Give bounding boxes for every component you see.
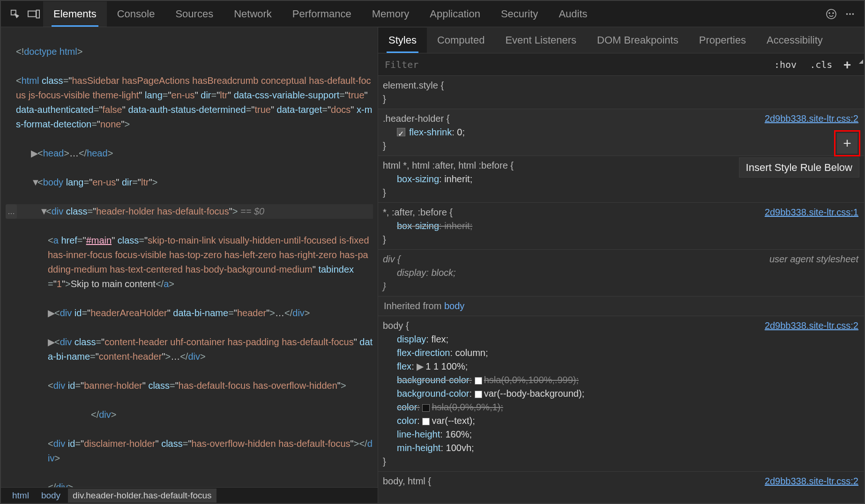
rule-star-pseudo[interactable]: 2d9bb338.site-ltr.css:1 *, :after, :befo… [378, 203, 864, 250]
rule-source-link[interactable]: 2d9bb338.site-ltr.css:1 [765, 206, 858, 219]
inherited-from-bar: Inherited from body [378, 296, 864, 316]
svg-point-6 [846, 13, 848, 15]
dom-selected-node[interactable]: …▼<div class="header-holder has-default-… [7, 204, 373, 219]
svg-rect-2 [37, 10, 40, 18]
new-style-rule-button[interactable]: + [839, 58, 856, 72]
rule-element-style[interactable]: element.style { } [378, 76, 864, 109]
tab-network[interactable]: Network [224, 1, 282, 27]
styles-filter-bar: :hov .cls + [378, 53, 864, 76]
color-swatch-icon[interactable] [475, 377, 482, 385]
rule-div-ua[interactable]: user agent stylesheet div { display: blo… [378, 250, 864, 296]
subtab-accessibility[interactable]: Accessibility [756, 28, 833, 53]
subtab-dom-breakpoints[interactable]: DOM Breakpoints [587, 28, 689, 53]
svg-point-7 [849, 13, 851, 15]
tab-audits[interactable]: Audits [548, 1, 597, 27]
feedback-icon[interactable] [822, 5, 841, 23]
tab-console[interactable]: Console [107, 1, 165, 27]
toggle-cls[interactable]: .cls [803, 59, 839, 70]
dom-tree[interactable]: <!doctype html> <html class="hasSidebar … [1, 27, 378, 487]
more-icon[interactable] [841, 5, 859, 23]
device-toolbar-icon[interactable] [24, 5, 43, 23]
tab-performance[interactable]: Performance [282, 1, 362, 27]
svg-rect-1 [28, 11, 36, 16]
rule-source-ua: user agent stylesheet [769, 252, 858, 266]
tab-application[interactable]: Application [419, 1, 491, 27]
inspect-icon[interactable] [6, 5, 24, 23]
styles-rules-list[interactable]: element.style { } 2d9bb338.site-ltr.css:… [378, 76, 864, 503]
rule-body[interactable]: 2d9bb338.site-ltr.css:2 body { display: … [378, 316, 864, 472]
toggle-hov[interactable]: :hov [768, 59, 803, 70]
tooltip-insert-style-rule: Insert Style Rule Below [739, 157, 859, 178]
breadcrumb-div[interactable]: div.header-holder.has-default-focus [68, 489, 216, 503]
svg-point-3 [827, 9, 836, 19]
subtab-event-listeners[interactable]: Event Listeners [495, 28, 587, 53]
subtab-computed[interactable]: Computed [427, 28, 495, 53]
tab-security[interactable]: Security [491, 1, 548, 27]
subtab-properties[interactable]: Properties [689, 28, 756, 53]
rule-header-holder[interactable]: 2d9bb338.site-ltr.css:2 .header-holder {… [378, 109, 864, 156]
tab-sources[interactable]: Sources [165, 1, 224, 27]
styles-filter-input[interactable] [378, 59, 768, 70]
devtools-top-tabs: Elements Console Sources Network Perform… [1, 1, 864, 27]
color-swatch-icon[interactable] [475, 391, 482, 398]
color-swatch-icon[interactable] [422, 404, 430, 412]
insert-style-rule-below-button[interactable]: + [837, 133, 858, 154]
inherited-from-link[interactable]: body [444, 301, 464, 311]
rule-source-link[interactable]: 2d9bb338.site-ltr.css:2 [765, 112, 858, 126]
svg-point-5 [833, 13, 834, 14]
rule-body-html[interactable]: 2d9bb338.site-ltr.css:2 body, html { [378, 472, 864, 491]
rule-source-link[interactable]: 2d9bb338.site-ltr.css:2 [765, 319, 858, 333]
color-swatch-icon[interactable] [422, 418, 430, 425]
tab-memory[interactable]: Memory [362, 1, 419, 27]
prop-toggle-checkbox[interactable] [397, 128, 405, 136]
breadcrumb-body[interactable]: body [37, 489, 65, 503]
subtab-styles[interactable]: Styles [378, 28, 427, 53]
dom-breadcrumbs[interactable]: html body div.header-holder.has-default-… [1, 487, 378, 503]
svg-point-8 [852, 13, 854, 15]
svg-point-4 [829, 13, 830, 14]
styles-subtabs: Styles Computed Event Listeners DOM Brea… [378, 27, 864, 53]
rule-source-link[interactable]: 2d9bb338.site-ltr.css:2 [765, 474, 858, 488]
breadcrumb-html[interactable]: html [7, 489, 34, 503]
tab-elements[interactable]: Elements [43, 1, 107, 27]
